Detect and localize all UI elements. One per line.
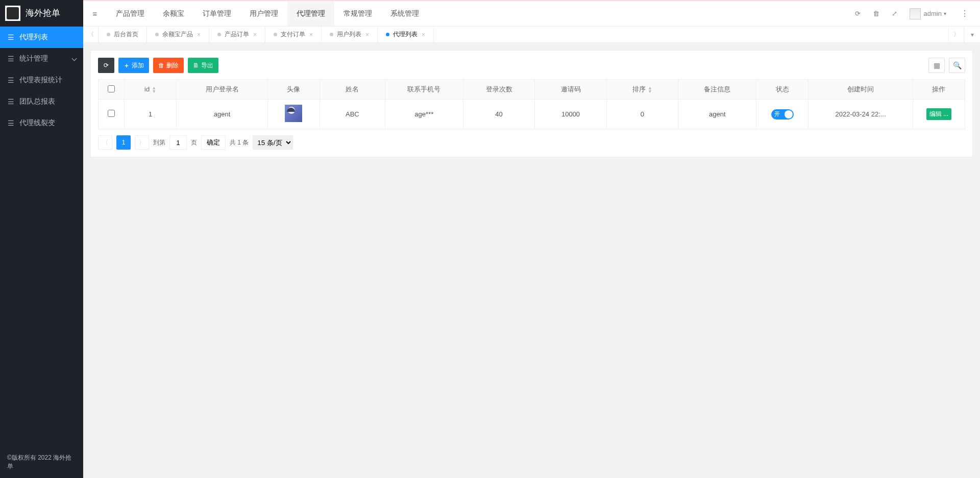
nav-order[interactable]: 订单管理 [193,1,240,26]
list-icon: ☰ [7,76,14,84]
tab-home[interactable]: 后台首页 [99,27,147,42]
sidebar-toggle[interactable]: ≡ [83,9,107,18]
refresh-button[interactable]: ⟳ [98,58,114,73]
edit-button[interactable]: 编辑 ... [926,108,951,120]
cell-logins: 40 [463,100,534,129]
sidebar-item-label: 代理表报统计 [19,76,62,85]
export-label: 导出 [201,61,213,70]
pager-input[interactable] [169,135,187,150]
file-icon: 🗎 [193,62,199,69]
delete-label: 删除 [166,61,179,70]
pager-page-word: 页 [191,138,197,147]
search-button[interactable]: 🔍 [949,58,965,73]
nav-agent[interactable]: 代理管理 [287,1,334,26]
add-button[interactable]: ＋ 添加 [118,58,149,73]
pager-page-1[interactable]: 1 [116,135,131,150]
nav-user[interactable]: 用户管理 [240,1,287,26]
th-status: 状态 [756,80,808,100]
row-checkbox[interactable] [108,110,115,117]
tab-dot-icon [386,33,389,36]
tab-yuebao-product[interactable]: 余额宝产品 × [147,27,209,42]
th-sort[interactable]: 排序 [606,80,678,100]
header-tools: ⟳ 🗑 ⤢ admin ▾ ⋮ [855,8,980,19]
close-icon[interactable]: × [197,31,201,38]
pager-next[interactable]: 〉 [135,135,149,150]
brand-logo [5,6,20,21]
tab-product-order[interactable]: 产品订单 × [209,27,265,42]
sidebar-item-agent-report[interactable]: ☰ 代理表报统计 [0,69,83,91]
avatar-image [285,105,302,122]
copyright: ©版权所有 2022 海外抢单 [0,447,83,478]
nav-yuebao[interactable]: 余额宝 [154,1,193,26]
list-icon: ☰ [7,98,14,106]
th-name: 姓名 [320,80,385,100]
list-icon: ☰ [7,55,14,63]
tab-user-list[interactable]: 用户列表 × [322,27,378,42]
sidebar-item-stats[interactable]: ☰ 统计管理 [0,48,83,69]
close-icon[interactable]: × [309,31,313,38]
pager-pagesize[interactable]: 15 条/页 [253,135,293,150]
user-name: admin [924,10,942,17]
tab-label: 用户列表 [337,30,361,39]
content-area: ⟳ ＋ 添加 🗑 删除 🗎 导出 ▦ 🔍 [83,43,980,478]
cell-invite: 10000 [535,100,606,129]
tab-dot-icon [217,33,221,36]
nav-general[interactable]: 常规管理 [334,1,381,26]
tabs-next[interactable]: 〉 [948,27,964,42]
pager-prev[interactable]: 〈 [98,135,112,150]
th-checkbox [99,80,125,100]
sidebar-item-label: 统计管理 [19,54,48,63]
tab-dot-icon [107,33,110,36]
more-icon[interactable]: ⋮ [959,9,971,18]
cell-remark: agent [678,100,756,129]
tabs-prev[interactable]: 〈 [83,27,99,42]
pager-total: 共 1 条 [230,138,249,147]
th-ops: 操作 [913,80,965,100]
add-label: 添加 [132,61,144,70]
tab-label: 代理列表 [393,30,418,39]
sidebar-item-agent-list[interactable]: ☰ 代理列表 [0,27,83,48]
select-all-checkbox[interactable] [108,85,115,92]
main: ≡ 产品管理 余额宝 订单管理 用户管理 代理管理 常规管理 系统管理 ⟳ 🗑 … [83,0,980,478]
fullscreen-icon[interactable]: ⤢ [892,10,897,17]
columns-button[interactable]: ▦ [928,58,945,73]
user-menu[interactable]: admin ▾ [910,8,946,19]
list-icon: ☰ [7,119,14,127]
pager-ok[interactable]: 确定 [201,135,226,150]
cell-name: ABC [320,100,385,129]
cell-phone: age*** [385,100,463,129]
header: ≡ 产品管理 余额宝 订单管理 用户管理 代理管理 常规管理 系统管理 ⟳ 🗑 … [83,0,980,27]
nav-product[interactable]: 产品管理 [107,1,154,26]
cell-sort: 0 [606,100,678,129]
status-switch[interactable]: 开 [771,109,794,119]
sidebar-item-fission[interactable]: ☰ 代理线裂变 [0,112,83,134]
th-id[interactable]: id [125,80,177,100]
plus-icon: ＋ [124,61,130,70]
table-header-row: id 用户登录名 头像 姓名 联系手机号 登录次数 邀请码 排序 备注信息 状态… [99,80,965,100]
table-row: 1 agent ABC age*** 40 10000 0 agent 开 [99,100,965,129]
trash-icon[interactable]: 🗑 [873,10,879,17]
brand-title: 海外抢单 [26,7,60,19]
pager: 〈 1 〉 到第 页 确定 共 1 条 15 条/页 [98,135,965,150]
cell-id: 1 [125,100,177,129]
delete-button[interactable]: 🗑 删除 [153,58,184,73]
export-button[interactable]: 🗎 导出 [188,58,218,73]
tabs-menu[interactable]: ▾ [964,27,980,42]
nav-system[interactable]: 系统管理 [381,1,428,26]
sidebar-item-label: 代理线裂变 [19,118,55,128]
refresh-icon[interactable]: ⟳ [855,10,861,17]
th-logins: 登录次数 [463,80,534,100]
tab-label: 后台首页 [114,30,138,39]
card: ⟳ ＋ 添加 🗑 删除 🗎 导出 ▦ 🔍 [90,50,973,157]
close-icon[interactable]: × [253,31,257,38]
top-nav: 产品管理 余额宝 订单管理 用户管理 代理管理 常规管理 系统管理 [107,1,428,26]
tab-pay-order[interactable]: 支付订单 × [265,27,322,42]
tab-agent-list[interactable]: 代理列表 × [378,27,434,42]
sort-icon [152,86,156,93]
close-icon[interactable]: × [422,31,425,38]
brand: 海外抢单 [0,0,83,27]
chevron-down-icon: ▾ [944,11,946,16]
tab-dot-icon [330,33,333,36]
close-icon[interactable]: × [365,31,369,38]
sidebar-item-team-report[interactable]: ☰ 团队总报表 [0,91,83,112]
